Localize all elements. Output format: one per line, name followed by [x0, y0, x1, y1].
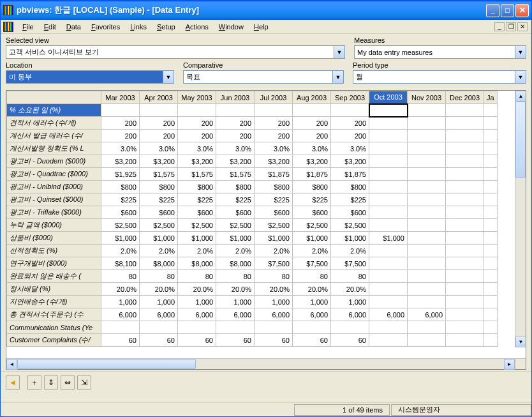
comparative-dropdown-button[interactable]: ▼ [332, 70, 344, 84]
data-cell[interactable]: $2,500 [331, 219, 369, 232]
measures-dropdown-button[interactable]: ▼ [515, 45, 526, 59]
data-cell[interactable] [369, 245, 408, 257]
data-cell[interactable]: $800 [255, 181, 293, 193]
data-cell[interactable]: 80 [293, 270, 331, 283]
data-grid[interactable]: Mar 2003Apr 2003May 2003Jun 2003Jul 2003… [6, 90, 526, 370]
column-header[interactable]: Aug 2003 [293, 91, 331, 104]
table-row[interactable]: 지연배송수 (수/개)1,0001,0001,0001,0001,0001,00… [7, 296, 498, 308]
data-cell[interactable]: $800 [140, 181, 178, 193]
column-header[interactable]: May 2003 [178, 91, 216, 104]
data-cell[interactable]: $1,575 [140, 168, 178, 181]
data-cell[interactable]: 200 [255, 130, 293, 142]
data-cell[interactable] [408, 232, 446, 245]
row-header[interactable]: 상품비 ($000) [7, 232, 101, 245]
row-header[interactable]: 선적정확도 (%) [7, 245, 101, 257]
data-cell[interactable]: $3,200 [101, 155, 140, 168]
menu-help[interactable]: Help [249, 22, 274, 32]
data-cell[interactable] [369, 181, 408, 193]
data-cell[interactable]: 200 [101, 130, 140, 142]
table-row[interactable]: 광고비 - Triflake ($000)$600$600$600$600$60… [7, 206, 498, 219]
data-cell[interactable] [484, 296, 498, 308]
data-cell[interactable] [255, 104, 293, 117]
data-cell[interactable] [446, 104, 484, 117]
data-cell[interactable]: 3.0% [216, 142, 255, 155]
data-cell[interactable]: $1,875 [331, 168, 369, 181]
mdi-minimize-button[interactable]: _ [494, 22, 505, 31]
data-cell[interactable]: 60 [140, 334, 178, 347]
data-cell[interactable] [369, 219, 408, 232]
data-cell[interactable]: $1,000 [101, 232, 140, 245]
data-cell[interactable]: $600 [140, 206, 178, 219]
data-cell[interactable] [408, 245, 446, 257]
data-cell[interactable] [101, 104, 140, 117]
data-cell[interactable]: 3.0% [101, 142, 140, 155]
data-cell[interactable]: 200 [331, 117, 369, 130]
data-cell[interactable]: 6,000 [101, 308, 140, 321]
data-cell[interactable]: 6,000 [408, 308, 446, 321]
data-cell[interactable]: $3,200 [331, 155, 369, 168]
data-cell[interactable] [331, 321, 369, 334]
table-row[interactable]: 광고비 - Quadtrac ($000)$1,925$1,575$1,575$… [7, 168, 498, 181]
table-row[interactable]: 광고비 - Duodem ($000)$3,200$3,200$3,200$3,… [7, 155, 498, 168]
row-header[interactable]: 총 견적서수(주문수) (수 [7, 308, 101, 321]
mdi-close-button[interactable]: ✕ [517, 22, 528, 31]
data-cell[interactable] [369, 168, 408, 181]
data-cell[interactable]: 200 [293, 117, 331, 130]
data-cell[interactable] [408, 155, 446, 168]
data-cell[interactable] [408, 283, 446, 296]
data-cell[interactable] [101, 321, 140, 334]
table-row[interactable]: % 소요된 일 (%) [7, 104, 498, 117]
data-cell[interactable] [408, 142, 446, 155]
data-cell[interactable]: 80 [331, 270, 369, 283]
data-cell[interactable]: 60 [101, 334, 140, 347]
close-button[interactable]: ✕ [515, 4, 529, 17]
data-cell[interactable]: $2,500 [255, 219, 293, 232]
row-header[interactable]: Communication Status (Ye [7, 321, 101, 334]
data-cell[interactable]: 80 [178, 270, 216, 283]
expand-all-button[interactable]: ⇲ [77, 375, 91, 390]
vertical-scroll-thumb[interactable] [515, 102, 526, 178]
data-cell[interactable]: $2,500 [140, 219, 178, 232]
data-cell[interactable] [484, 206, 498, 219]
menu-edit[interactable]: Edit [39, 22, 61, 32]
data-cell[interactable] [408, 257, 446, 270]
data-cell[interactable]: 1,000 [255, 296, 293, 308]
data-cell[interactable] [446, 206, 484, 219]
data-cell[interactable] [408, 193, 446, 206]
data-cell[interactable]: $225 [216, 193, 255, 206]
data-cell[interactable]: 80 [216, 270, 255, 283]
data-cell[interactable]: 6,000 [331, 308, 369, 321]
data-cell[interactable] [293, 104, 331, 117]
selected-view-combo[interactable] [6, 45, 334, 59]
data-cell[interactable] [255, 321, 293, 334]
data-cell[interactable] [369, 155, 408, 168]
column-header[interactable]: Mar 2003 [101, 91, 140, 104]
column-header[interactable]: Dec 2003 [446, 91, 484, 104]
data-cell[interactable] [446, 232, 484, 245]
data-cell[interactable] [408, 130, 446, 142]
data-cell[interactable] [484, 181, 498, 193]
data-cell[interactable] [369, 321, 408, 334]
period-type-dropdown-button[interactable]: ▼ [515, 70, 526, 84]
data-cell[interactable] [408, 219, 446, 232]
table-row[interactable]: 상품비 ($000)$1,000$1,000$1,000$1,000$1,000… [7, 232, 498, 245]
data-cell[interactable] [484, 245, 498, 257]
column-header[interactable]: Sep 2003 [331, 91, 369, 104]
back-button[interactable]: ◄ [6, 375, 20, 390]
data-cell[interactable] [369, 117, 408, 130]
menu-data[interactable]: Data [61, 22, 86, 32]
data-cell[interactable]: 200 [216, 117, 255, 130]
data-cell[interactable] [369, 296, 408, 308]
data-cell[interactable]: $600 [178, 206, 216, 219]
data-cell[interactable]: 2.0% [293, 245, 331, 257]
data-cell[interactable] [484, 142, 498, 155]
data-cell[interactable]: $800 [293, 181, 331, 193]
data-cell[interactable]: $8,100 [101, 257, 140, 270]
data-cell[interactable] [446, 117, 484, 130]
horizontal-scroll-thumb[interactable] [17, 359, 196, 369]
table-row[interactable]: 총 견적서수(주문수) (수6,0006,0006,0006,0006,0006… [7, 308, 498, 321]
row-header[interactable]: 광고비 - Quinset ($000) [7, 193, 101, 206]
data-cell[interactable] [446, 193, 484, 206]
data-cell[interactable]: 200 [140, 130, 178, 142]
column-header[interactable]: Oct 2003 [369, 91, 408, 104]
